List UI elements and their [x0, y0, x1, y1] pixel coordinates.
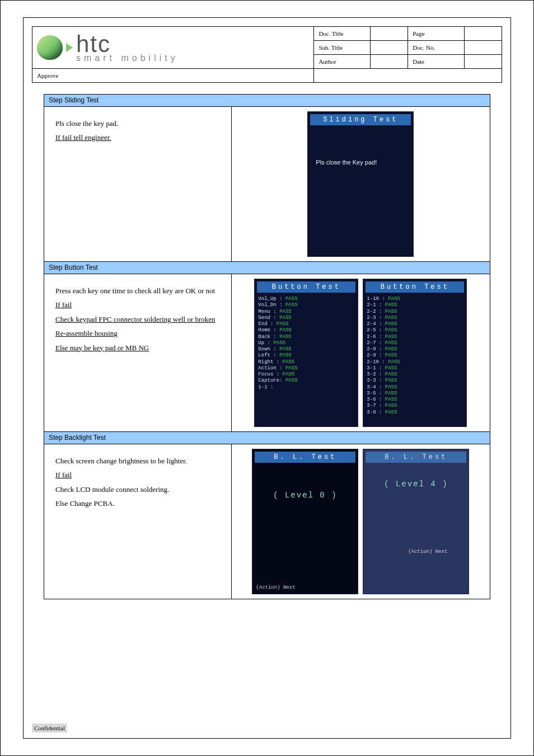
screen-line: 2-5 : PASS: [366, 327, 464, 334]
screen-line: 3-6 : PASS: [366, 397, 464, 403]
screen-line: 2-8 : PASS: [366, 346, 464, 353]
fail-line: Check keypad FPC connector soldering wel…: [55, 313, 220, 326]
screen-line: 3-2 : PASS: [366, 372, 464, 378]
date-label: Date: [408, 55, 465, 69]
screen-line: Menu : PASS: [257, 309, 355, 315]
screen-line: 3-7 : PASS: [366, 403, 464, 409]
step-instructions: Press each key one time to check all key…: [44, 274, 232, 432]
page-inner: htc smart mobility Doc. Title Page Sub. …: [23, 17, 511, 739]
brand-name: htc: [76, 32, 179, 56]
screen-title: Button Test: [257, 281, 355, 293]
button-test-screen-1: Button Test Vol_Up : PASSVol_Dn : PASSMe…: [254, 279, 358, 427]
backlight-level: ( Level 0 ): [255, 491, 355, 500]
step-intro: Pls close the key pad.: [55, 117, 220, 130]
sliding-screen: Sliding Test Pls close the Key pad!: [307, 111, 414, 257]
screen-title: B. L. Test: [255, 452, 355, 463]
screen-line: 2-6 : PASS: [366, 334, 464, 340]
screen-title: Sliding Test: [310, 114, 411, 125]
author-label: Author: [314, 55, 371, 69]
screen-lines: Vol_Up : PASSVol_Dn : PASSMenu : PASSSen…: [257, 296, 355, 391]
logo-cell: htc smart mobility: [32, 27, 314, 69]
screen-line: Down : PASS: [257, 346, 355, 353]
screen-title: B. L. Test: [366, 452, 466, 463]
screen-line: 3-3 : PASS: [366, 378, 464, 384]
screen-footer: (Action) Next: [408, 549, 447, 555]
screen-line: 2-7 : PASS: [366, 340, 464, 346]
logo-orb-icon: [37, 35, 63, 60]
brand-tagline: smart mobility: [76, 54, 179, 63]
screen-line: 2-9 : PASS: [366, 353, 464, 359]
screen-line: Focus : PASS: [257, 372, 355, 378]
screen-line: Capture: PASS: [257, 378, 355, 384]
steps-table: Step Sliding Test Pls close the key pad.…: [44, 94, 490, 599]
page-value: [464, 27, 502, 41]
screen-line: 1-1 :: [257, 384, 355, 391]
page: htc smart mobility Doc. Title Page Sub. …: [0, 0, 534, 756]
step-screenshots: Button Test Vol_Up : PASSVol_Dn : PASSMe…: [231, 274, 490, 432]
screen-line: 3-4 : PASS: [366, 384, 464, 391]
fail-line: Check LCD module connect soldering.: [55, 483, 220, 496]
step-title: Step Sliding Test: [44, 95, 490, 107]
screen-line: 2-1 : PASS: [366, 302, 464, 308]
screen-line: 3-8 : PASS: [366, 410, 464, 416]
if-fail-label: If fail: [55, 300, 72, 309]
screen-line: Send : PASS: [257, 315, 355, 321]
screen-line: Home : PASS: [257, 327, 355, 334]
step-intro: Press each key one time to check all key…: [55, 284, 220, 297]
screen-line: 3-5 : PASS: [366, 391, 464, 397]
doc-title-value: [371, 27, 408, 41]
brand-logo: htc smart mobility: [37, 32, 309, 63]
screen-line: Vol_Dn : PASS: [257, 302, 355, 308]
screen-line: Left : PASS: [257, 353, 355, 359]
screen-line: 3-1 : PASS: [366, 365, 464, 372]
button-test-screen-2: Button Test 1-10 : PASS2-1 : PASS2-2 : P…: [363, 279, 467, 427]
screen-line: 2-3 : PASS: [366, 315, 464, 321]
if-fail-label: If fail tell engineer.: [55, 133, 111, 142]
screen-title: Button Test: [366, 281, 464, 293]
step-instructions: Check screen change brightness to be lig…: [44, 444, 232, 599]
fail-line: Re-assemble housing: [55, 327, 220, 340]
screen-line: Back : PASS: [257, 334, 355, 340]
screen-line: End : PASS: [257, 321, 355, 327]
step-intro: Check screen change brightness to be lig…: [55, 454, 220, 467]
backlight-screen-light: B. L. Test ( Level 4 ) (Action) Next: [363, 449, 469, 594]
sub-title-value: [371, 41, 408, 55]
confidential-label: Confidential: [32, 724, 67, 732]
doc-no-label: Doc. No.: [408, 41, 465, 55]
author-value: [371, 55, 408, 69]
if-fail-label: If fail: [55, 471, 72, 479]
header-table: htc smart mobility Doc. Title Page Sub. …: [32, 26, 502, 83]
step-title: Step Button Test: [44, 262, 490, 274]
screen-line: Up : PASS: [257, 340, 355, 346]
page-label: Page: [408, 27, 465, 41]
step-screenshots: Sliding Test Pls close the Key pad!: [231, 107, 490, 262]
doc-no-value: [464, 41, 502, 55]
screen-line: 2-2 : PASS: [366, 309, 464, 315]
sub-title-label: Sub. Title: [314, 41, 371, 55]
screen-line: 2-10 : PASS: [366, 359, 464, 365]
screen-line: 1-10 : PASS: [366, 296, 464, 302]
approve-value: [314, 69, 502, 83]
backlight-level: ( Level 4 ): [366, 480, 466, 489]
step-screenshots: B. L. Test ( Level 0 ) (Action) Next B. …: [231, 444, 490, 599]
step-instructions: Pls close the key pad. If fail tell engi…: [44, 107, 232, 262]
screen-line: Right : PASS: [257, 359, 355, 365]
screen-line: 2-4 : PASS: [366, 321, 464, 327]
backlight-screen-dark: B. L. Test ( Level 0 ) (Action) Next: [252, 449, 358, 594]
approve-label: Approve: [32, 69, 314, 83]
screen-line: Action : PASS: [257, 365, 355, 372]
logo-horn-icon: [66, 43, 73, 52]
screen-lines: 1-10 : PASS2-1 : PASS2-2 : PASS2-3 : PAS…: [366, 296, 464, 416]
doc-title-label: Doc. Title: [314, 27, 371, 41]
fail-line: Else may be key pad or MB NG: [55, 341, 220, 354]
step-title: Step Backlight Test: [44, 432, 490, 444]
fail-line: Else Change PCBA.: [55, 497, 220, 510]
date-value: [464, 55, 502, 69]
screen-message: Pls close the Key pad!: [316, 159, 411, 166]
screen-line: Vol_Up : PASS: [257, 296, 355, 302]
screen-footer: (Action) Next: [256, 585, 295, 590]
